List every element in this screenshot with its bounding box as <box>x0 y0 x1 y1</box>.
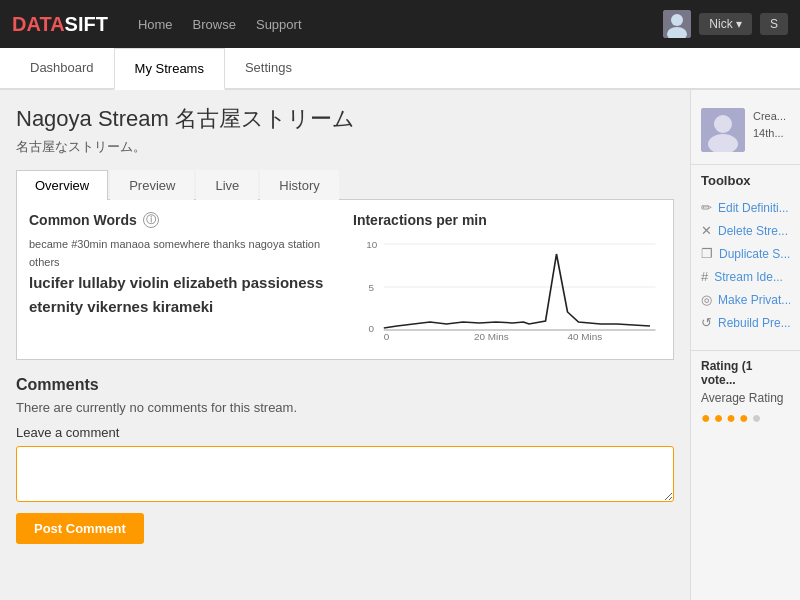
creator-info: Crea... 14th... <box>753 108 786 141</box>
toolbox-rebuild-preview[interactable]: ↺ Rebuild Pre... <box>701 311 790 334</box>
leave-comment-label: Leave a comment <box>16 425 674 440</box>
tab-dashboard[interactable]: Dashboard <box>10 48 114 90</box>
toolbox-delete-stream[interactable]: ✕ Delete Stre... <box>701 219 790 242</box>
header-nav: Home Browse Support <box>138 17 663 32</box>
make-private-label: Make Privat... <box>718 293 790 307</box>
no-comments-text: There are currently no comments for this… <box>16 400 674 415</box>
overview-panel: Common Words ⓘ became #30min manaoa some… <box>16 200 674 360</box>
svg-text:20 Mins: 20 Mins <box>474 331 509 341</box>
toolbox-edit-definition[interactable]: ✏ Edit Definiti... <box>701 196 790 219</box>
star-4: ● <box>739 409 749 427</box>
comment-textarea[interactable] <box>16 446 674 502</box>
user-menu-button[interactable]: Nick ▾ <box>699 13 752 35</box>
svg-text:0: 0 <box>368 323 374 333</box>
common-words-section: Common Words ⓘ became #30min manaoa some… <box>29 212 337 347</box>
toolbox-title: Toolbox <box>701 173 790 188</box>
rebuild-icon: ↺ <box>701 315 712 330</box>
duplicate-icon: ❐ <box>701 246 713 261</box>
interactions-chart: 10 5 0 0 20 Mins 40 Mins <box>353 234 661 344</box>
tab-preview[interactable]: Preview <box>110 170 194 200</box>
star-5: ● <box>752 409 762 427</box>
inner-tabs: Overview Preview Live History <box>16 170 674 200</box>
rating-avg-label: Average Rating <box>701 391 790 405</box>
edit-definition-label: Edit Definiti... <box>718 201 789 215</box>
info-icon[interactable]: ⓘ <box>143 212 159 228</box>
rating-card: Rating (1 vote... Average Rating ● ● ● ●… <box>691 350 800 435</box>
header-right: Nick ▾ S <box>663 10 788 38</box>
page-subtitle: 名古屋なストリーム。 <box>16 138 674 156</box>
toolbox: Toolbox ✏ Edit Definiti... ✕ Delete Stre… <box>691 165 800 342</box>
toolbox-make-private[interactable]: ◎ Make Privat... <box>701 288 790 311</box>
post-comment-button[interactable]: Post Comment <box>16 513 144 544</box>
interactions-section: Interactions per min 10 5 0 <box>353 212 661 347</box>
logo-sift: SIFT <box>65 13 108 36</box>
toolbox-duplicate-stream[interactable]: ❐ Duplicate S... <box>701 242 790 265</box>
toolbox-stream-id[interactable]: # Stream Ide... <box>701 265 790 288</box>
svg-text:40 Mins: 40 Mins <box>568 331 603 341</box>
content-area: Nagoya Stream 名古屋ストリーム 名古屋なストリーム。 Overvi… <box>0 90 690 600</box>
private-icon: ◎ <box>701 292 712 307</box>
avatar <box>663 10 691 38</box>
nav-browse[interactable]: Browse <box>193 17 236 32</box>
svg-point-14 <box>714 115 732 133</box>
duplicate-stream-label: Duplicate S... <box>719 247 790 261</box>
header: DATASIFT Home Browse Support Nick ▾ S <box>0 0 800 48</box>
star-2: ● <box>714 409 724 427</box>
svg-text:5: 5 <box>368 282 374 292</box>
search-button[interactable]: S <box>760 13 788 35</box>
svg-text:0: 0 <box>384 331 390 341</box>
common-words-title: Common Words ⓘ <box>29 212 337 228</box>
creator-date: 14th... <box>753 125 786 142</box>
logo: DATASIFT <box>12 13 108 36</box>
star-3: ● <box>726 409 736 427</box>
creator-name: Crea... <box>753 108 786 125</box>
nav-support[interactable]: Support <box>256 17 302 32</box>
tab-my-streams[interactable]: My Streams <box>114 48 225 90</box>
word-cloud-small: became #30min manaoa somewhere thanks na… <box>29 238 320 268</box>
sidebar: Crea... 14th... Toolbox ✏ Edit Definiti.… <box>690 90 800 600</box>
stream-id-label: Stream Ide... <box>714 270 783 284</box>
tab-live[interactable]: Live <box>196 170 258 200</box>
stars: ● ● ● ● ● <box>701 409 790 427</box>
page-title: Nagoya Stream 名古屋ストリーム <box>16 104 674 134</box>
rebuild-preview-label: Rebuild Pre... <box>718 316 790 330</box>
delete-icon: ✕ <box>701 223 712 238</box>
tab-overview[interactable]: Overview <box>16 170 108 200</box>
interactions-title: Interactions per min <box>353 212 661 228</box>
word-cloud-highlight: lucifer lullaby violin elizabeth passion… <box>29 274 323 315</box>
tab-settings[interactable]: Settings <box>225 48 312 90</box>
comments-title: Comments <box>16 376 674 394</box>
word-cloud: became #30min manaoa somewhere thanks na… <box>29 236 337 319</box>
comments-section: Comments There are currently no comments… <box>16 376 674 544</box>
logo-data: DATA <box>12 13 65 36</box>
svg-point-1 <box>671 14 683 26</box>
chart-area: 10 5 0 0 20 Mins 40 Mins <box>353 234 661 344</box>
hash-icon: # <box>701 269 708 284</box>
svg-text:10: 10 <box>366 239 377 249</box>
main-area: Nagoya Stream 名古屋ストリーム 名古屋なストリーム。 Overvi… <box>0 90 800 600</box>
creator-avatar <box>701 108 745 152</box>
nav-home[interactable]: Home <box>138 17 173 32</box>
star-1: ● <box>701 409 711 427</box>
edit-icon: ✏ <box>701 200 712 215</box>
rating-title: Rating (1 vote... <box>701 359 790 387</box>
delete-stream-label: Delete Stre... <box>718 224 788 238</box>
tab-history[interactable]: History <box>260 170 338 200</box>
creator-card: Crea... 14th... <box>691 100 800 165</box>
main-tabs: Dashboard My Streams Settings <box>0 48 800 90</box>
